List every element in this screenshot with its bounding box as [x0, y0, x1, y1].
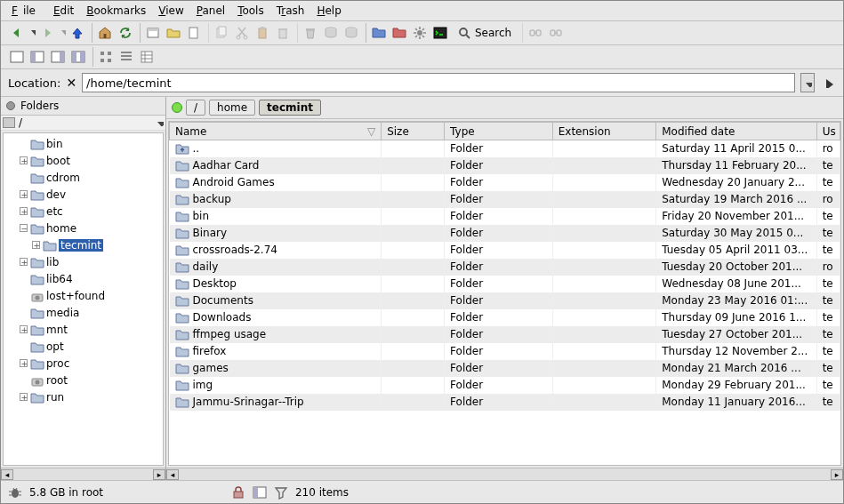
table-row[interactable]: BinaryFolderSaturday 30 May 2015 0...te [170, 225, 840, 242]
go-button[interactable] [820, 73, 836, 92]
table-row[interactable]: firefoxFolderThursday 12 November 2...te [170, 343, 840, 360]
tree-item-lib[interactable]: +lib [4, 253, 163, 270]
forward-history-dropdown[interactable] [58, 23, 67, 43]
folder-icon [30, 138, 44, 150]
menu-tools[interactable]: Tools [232, 3, 269, 19]
terminal-button[interactable] [430, 23, 450, 43]
table-row[interactable]: crossroads-2.74FolderTuesday 05 April 20… [170, 242, 840, 259]
menu-bookmarks[interactable]: Bookmarks [81, 3, 151, 19]
table-row[interactable]: dailyFolderTuesday 20 October 201...ro [170, 259, 840, 276]
tree-item-etc[interactable]: +etc [4, 203, 163, 220]
view-list-button[interactable] [117, 47, 136, 67]
tree-item-run[interactable]: +run [4, 388, 163, 405]
breadcrumb-/[interactable]: / [186, 100, 205, 116]
link-button[interactable] [526, 23, 545, 43]
delete-button[interactable] [273, 23, 293, 43]
table-row[interactable]: DesktopFolderWednesday 08 June 201...te [170, 276, 840, 292]
table-row[interactable]: imgFolderMonday 29 February 201...te [170, 377, 840, 394]
sidebar-header: Folders [1, 97, 165, 116]
location-input[interactable] [82, 73, 795, 92]
col-name[interactable]: Name▽ [170, 123, 382, 140]
folder-icon [30, 256, 44, 268]
search-button[interactable]: Search [451, 23, 518, 43]
tree-item-cdrom[interactable]: cdrom [4, 169, 163, 186]
tree-item-media[interactable]: media [4, 304, 163, 321]
link-button-2[interactable] [546, 23, 566, 43]
tree-item-dev[interactable]: +dev [4, 186, 163, 203]
table-row[interactable]: DocumentsFolderMonday 23 May 2016 01:...… [170, 292, 840, 309]
tree-item-root[interactable]: root [4, 372, 163, 388]
table-row[interactable]: gamesFolderMonday 21 March 2016 ...te [170, 360, 840, 377]
breadcrumb: /hometecmint [166, 97, 843, 119]
back-button[interactable] [7, 23, 27, 43]
menu-edit[interactable]: Edit [48, 3, 79, 19]
menu-panel[interactable]: Panel [191, 3, 230, 19]
pane-single-button[interactable] [7, 47, 27, 67]
tree-item-lost+found[interactable]: lost+found [4, 287, 163, 304]
tree-item-mnt[interactable]: +mnt [4, 321, 163, 338]
tree-item-home[interactable]: −home [4, 220, 163, 236]
tree-item-opt[interactable]: opt [4, 338, 163, 355]
menu-view[interactable]: View [153, 3, 189, 19]
menu-trash[interactable]: Trash [271, 3, 310, 19]
new-file-button[interactable] [184, 23, 204, 43]
table-row[interactable]: Aadhar CardFolderThursday 11 February 20… [170, 157, 840, 174]
forward-button[interactable] [37, 23, 57, 43]
new-tab-button[interactable] [143, 23, 163, 43]
disk-button[interactable] [321, 23, 341, 43]
breadcrumb-tecmint[interactable]: tecmint [259, 100, 321, 116]
folder-up-icon [175, 142, 189, 155]
tree-item-tecmint[interactable]: +tecmint [4, 236, 163, 253]
folder-tree[interactable]: bin+bootcdrom+dev+etc−home+tecmint+libli… [3, 132, 164, 466]
sidebar-hscroll[interactable]: ◂▸ [1, 468, 165, 480]
tree-item-lib64[interactable]: lib64 [4, 270, 163, 287]
settings-button[interactable] [410, 23, 430, 43]
view-icons-button[interactable] [96, 47, 116, 67]
table-row[interactable]: ffmpeg usageFolderTuesday 27 October 201… [170, 326, 840, 343]
trash-button[interactable] [301, 23, 320, 43]
menu-file[interactable]: File [6, 3, 46, 19]
red-folder-icon[interactable] [390, 23, 409, 43]
file-list[interactable]: Name▽ Size Type Extension Modified date … [168, 121, 841, 466]
folder-icon [30, 324, 44, 336]
table-row[interactable]: Jammu-Srinagar--TripFolderMonday 11 Janu… [170, 394, 840, 411]
copy-button[interactable] [212, 23, 231, 43]
main-hscroll[interactable]: ◂▸ [166, 468, 843, 480]
pane-both-button[interactable] [68, 47, 88, 67]
table-row[interactable]: DownloadsFolderThursday 09 June 2016 1..… [170, 309, 840, 326]
table-row[interactable]: ..FolderSaturday 11 April 2015 0...ro [170, 140, 840, 157]
view-details-button[interactable] [137, 47, 157, 67]
new-folder-button[interactable] [164, 23, 183, 43]
breadcrumb-home[interactable]: home [209, 100, 255, 116]
pane-right-button[interactable] [48, 47, 68, 67]
disk-button-2[interactable] [342, 23, 361, 43]
table-row[interactable]: backupFolderSaturday 19 March 2016 ...ro [170, 191, 840, 208]
up-button[interactable] [68, 23, 87, 43]
tree-root-selector[interactable]: / [1, 116, 165, 131]
back-history-dropdown[interactable] [28, 23, 36, 43]
tree-item-proc[interactable]: +proc [4, 355, 163, 372]
refresh-button[interactable] [116, 23, 135, 43]
home-button[interactable] [95, 23, 115, 43]
col-extension[interactable]: Extension [552, 123, 656, 140]
col-size[interactable]: Size [382, 123, 445, 140]
paste-button[interactable] [253, 23, 272, 43]
folder-icon [175, 227, 189, 239]
cut-button[interactable] [232, 23, 252, 43]
col-modified[interactable]: Modified date [656, 123, 816, 140]
clear-location-icon[interactable]: ✕ [66, 76, 76, 90]
menu-help[interactable]: Help [311, 3, 346, 19]
table-row[interactable]: binFolderFriday 20 November 201...te [170, 208, 840, 225]
camera-icon [30, 290, 44, 302]
folder-icon [30, 172, 44, 184]
sort-indicator-icon: ▽ [367, 125, 375, 138]
col-type[interactable]: Type [445, 123, 553, 140]
tree-item-bin[interactable]: bin [4, 135, 163, 152]
pane-left-button[interactable] [28, 47, 47, 67]
table-row[interactable]: Android GamesFolderWednesday 20 January … [170, 174, 840, 191]
folder-icon [175, 396, 189, 408]
col-user[interactable]: Us [816, 123, 840, 140]
location-history-dropdown[interactable] [800, 73, 815, 92]
blue-folder-icon[interactable] [369, 23, 389, 43]
tree-item-boot[interactable]: +boot [4, 152, 163, 169]
